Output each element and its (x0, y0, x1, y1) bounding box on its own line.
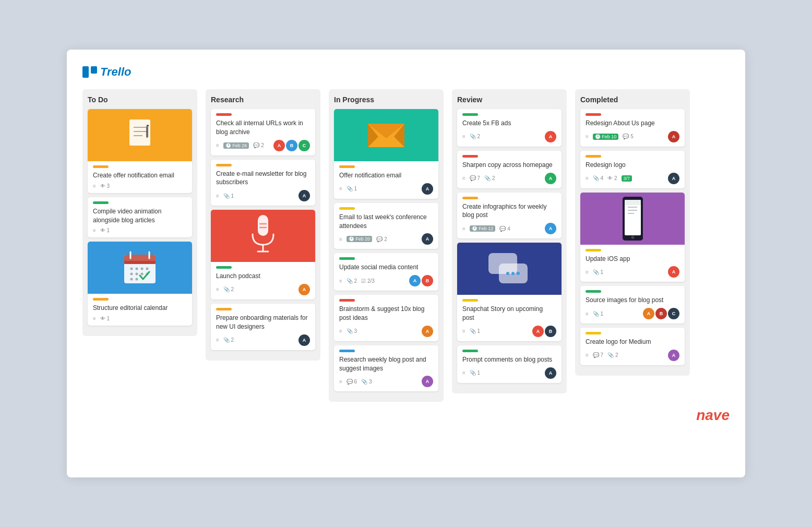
card-rev-2[interactable]: Sharpen copy across homepage≡💬 7📎 2A (457, 151, 562, 188)
card-title: Launch podcast (216, 272, 310, 281)
card-comp-4[interactable]: Source images for blog post≡📎 1ABC (580, 286, 685, 324)
card-title: Research weekly blog post and suggest im… (339, 355, 433, 373)
card-title: Create logo for Medium (586, 338, 679, 346)
avatar: A (422, 233, 433, 245)
card-body: Update iOS app≡📎 1A (580, 245, 685, 282)
card-label (462, 155, 478, 158)
avatars: A (545, 223, 556, 234)
card-research-3[interactable]: Launch podcast≡📎 2A (211, 210, 315, 300)
meta-watch: 👁 2 (607, 175, 617, 181)
card-label (93, 201, 109, 204)
avatars: A (545, 173, 556, 184)
meta-comment: 💬 7 (470, 175, 480, 181)
card-meta-left: ≡💬 6📎 3 (339, 379, 372, 385)
card-body: Prepare onboarding materials for new UI … (211, 304, 315, 350)
card-title: Sharpen copy across homepage (462, 161, 556, 170)
card-body: Offer notification email≡📎 1A (334, 161, 438, 199)
svg-rect-6 (146, 126, 148, 138)
card-meta-left: ≡👁 1 (93, 316, 110, 321)
card-research-2[interactable]: Create e-mail newsletter for blog subscr… (211, 160, 315, 206)
card-label (586, 290, 601, 293)
avatar: B (286, 140, 297, 151)
card-body: Redesign About Us page≡🕐 Feb 10💬 5A (580, 109, 685, 147)
card-meta: ≡📎 1A (339, 183, 433, 195)
card-meta-left: ≡📎 2☑ 2/3 (339, 278, 375, 284)
avatar: A (298, 334, 310, 346)
meta-lines: ≡ (462, 134, 465, 139)
avatar: A (545, 367, 556, 379)
avatar: A (532, 326, 544, 337)
card-title: Create offer notification email (93, 171, 187, 180)
card-todo-3[interactable]: Structure editorial calendar≡👁 1 (88, 242, 192, 326)
card-label (339, 350, 355, 352)
card-body: Sharpen copy across homepage≡💬 7📎 2A (457, 151, 562, 188)
card-todo-1[interactable]: Create offer notification email≡👁 3 (88, 109, 192, 193)
svg-point-43 (631, 236, 634, 239)
card-ip-1[interactable]: Offer notification email≡📎 1A (334, 109, 438, 199)
card-meta: ≡👁 3 (93, 183, 187, 189)
card-title: Brainstorm & suggest 10x blog post ideas (339, 305, 433, 322)
card-label (339, 207, 355, 210)
columns-container: To Do Create offer notification email≡👁 … (82, 89, 730, 402)
meta-lines: ≡ (462, 175, 465, 181)
card-ip-4[interactable]: Brainstorm & suggest 10x blog post ideas… (334, 295, 438, 341)
avatars: A (422, 326, 433, 337)
card-meta: ≡🕐 Feb 12💬 4A (462, 223, 556, 234)
card-label (586, 113, 601, 116)
card-comp-1[interactable]: Redesign About Us page≡🕐 Feb 10💬 5A (580, 109, 685, 147)
meta-attach: 📎 1 (470, 370, 480, 376)
meta-attach: 📎 1 (593, 311, 603, 317)
card-rev-1[interactable]: Create 5x FB ads≡📎 2A (457, 109, 562, 147)
svg-point-36 (517, 272, 520, 275)
card-body: Structure editorial calendar≡👁 1 (88, 294, 192, 326)
card-meta: ≡📎 1AB (462, 326, 556, 337)
card-title: Redesign About Us page (586, 119, 679, 128)
card-meta: ≡👁 1 (93, 227, 187, 233)
meta-checklist: ☑ 2/3 (361, 278, 375, 284)
svg-rect-0 (82, 66, 89, 78)
meta-comment: 💬 6 (347, 379, 357, 385)
card-rev-4[interactable]: Snapchat Story on upcoming post≡📎 1AB (457, 243, 562, 341)
meta-lines: ≡ (339, 328, 342, 334)
card-ip-3[interactable]: Update social media content≡📎 2☑ 2/3AB (334, 253, 438, 291)
card-meta-left: ≡👁 1 (93, 227, 110, 233)
avatar: B (422, 275, 433, 286)
card-ip-5[interactable]: Research weekly blog post and suggest im… (334, 345, 438, 392)
meta-comment: 💬 2 (376, 236, 387, 242)
meta-attach: 📎 1 (593, 269, 603, 275)
svg-point-21 (130, 278, 133, 281)
avatar: C (668, 308, 679, 319)
card-body: Brainstorm & suggest 10x blog post ideas… (334, 295, 438, 341)
card-comp-3[interactable]: Update iOS app≡📎 1A (580, 193, 685, 282)
avatars: A (668, 350, 679, 361)
column-title: Research (211, 95, 315, 104)
avatars: A (545, 367, 556, 379)
avatar: B (545, 326, 556, 337)
card-research-4[interactable]: Prepare onboarding materials for new UI … (211, 304, 315, 350)
meta-attach: 📎 2 (223, 337, 234, 343)
avatar: A (273, 140, 285, 151)
meta-lines: ≡ (586, 175, 589, 181)
card-meta-left: ≡🕐 Feb 12💬 4 (462, 225, 510, 232)
card-research-1[interactable]: Check all internal URLs work in blog arc… (211, 109, 315, 155)
card-rev-3[interactable]: Create infographics for weekly blog post… (457, 193, 562, 239)
avatars: AB (532, 326, 556, 337)
card-comp-5[interactable]: Create logo for Medium≡💬 7📎 2A (580, 328, 685, 365)
card-meta-left: ≡🕐 Feb 20💬 2 (339, 236, 387, 242)
card-rev-5[interactable]: Prompt comments on blog posts≡📎 1A (457, 345, 562, 383)
meta-lines: ≡ (339, 278, 342, 284)
meta-lines: ≡ (216, 193, 219, 199)
card-meta: ≡📎 4👁 23/7A (586, 173, 679, 184)
trello-logo-text: Trello (100, 65, 132, 79)
card-todo-2[interactable]: Compile video animation alongside blog a… (88, 197, 192, 238)
card-meta-left: ≡📎 1 (462, 370, 480, 376)
card-meta: ≡💬 7📎 2A (462, 173, 556, 184)
avatars: A (422, 233, 433, 245)
meta-attach: 📎 1 (470, 328, 480, 334)
card-ip-2[interactable]: Email to last week's conference attendee… (334, 203, 438, 249)
card-body: Launch podcast≡📎 2A (211, 262, 315, 300)
card-comp-2[interactable]: Redesign logo≡📎 4👁 23/7A (580, 151, 685, 188)
card-meta: ≡📎 2A (216, 334, 310, 346)
card-body: Research weekly blog post and suggest im… (334, 345, 438, 392)
column-review: ReviewCreate 5x FB ads≡📎 2ASharpen copy … (452, 89, 567, 393)
